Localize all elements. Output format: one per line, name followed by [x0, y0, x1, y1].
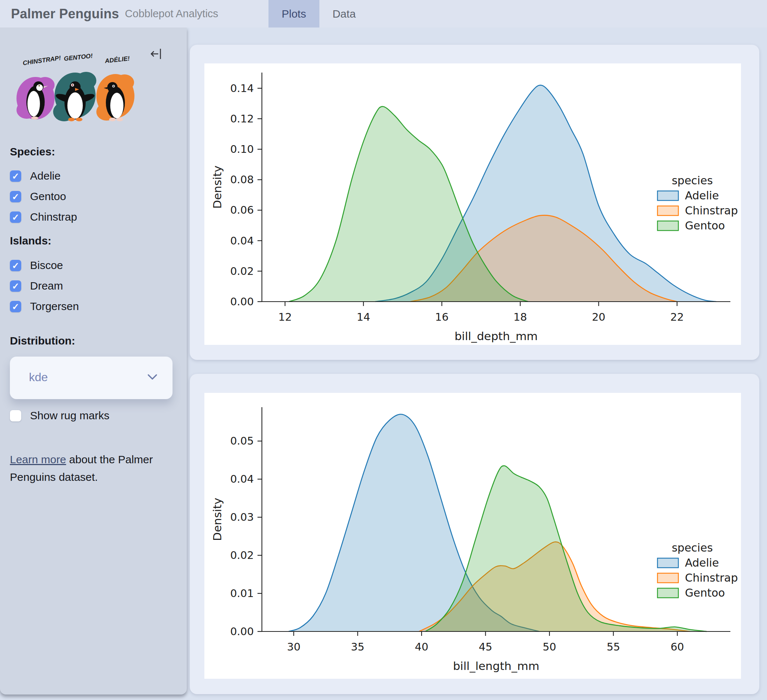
- svg-text:species: species: [672, 541, 713, 554]
- checkbox-chinstrap[interactable]: [10, 212, 21, 223]
- svg-text:bill_length_mm: bill_length_mm: [453, 659, 539, 673]
- svg-text:22: 22: [670, 311, 684, 323]
- distribution-select-value: kde: [29, 370, 48, 384]
- checkbox-dream-label: Dream: [30, 280, 63, 292]
- checkbox-row-torgersen[interactable]: Torgersen: [10, 300, 79, 313]
- svg-text:0.02: 0.02: [230, 265, 254, 277]
- checkbox-row-biscoe[interactable]: Biscoe: [10, 259, 63, 271]
- svg-text:Density: Density: [211, 166, 224, 209]
- checkbox-biscoe[interactable]: [10, 260, 21, 271]
- checkbox-row-dream[interactable]: Dream: [10, 280, 63, 292]
- app-title: Palmer Penguins: [11, 6, 119, 22]
- kde-chart-bill-depth: 1214161820220.000.020.040.060.080.100.12…: [204, 64, 741, 345]
- plot-card-bill-length: 303540455055600.000.010.020.030.040.05bi…: [190, 374, 759, 694]
- svg-text:0.01: 0.01: [230, 587, 254, 600]
- rug-label: Show rug marks: [30, 409, 110, 422]
- svg-text:Chinstrap: Chinstrap: [685, 204, 738, 217]
- tab-data[interactable]: Data: [320, 0, 369, 27]
- svg-text:45: 45: [479, 641, 492, 653]
- checkbox-torgersen-label: Torgersen: [30, 300, 79, 313]
- kde-chart-bill-length: 303540455055600.000.010.020.030.040.05bi…: [204, 393, 741, 679]
- svg-text:0.04: 0.04: [230, 473, 254, 485]
- adelie-penguin-illustration: ADÉLIE!: [96, 55, 134, 121]
- svg-text:0.06: 0.06: [230, 204, 254, 216]
- checkbox-row-adelie[interactable]: Adelie: [10, 170, 60, 182]
- svg-text:0.05: 0.05: [230, 435, 254, 447]
- checkbox-biscoe-label: Biscoe: [30, 259, 63, 271]
- svg-text:14: 14: [357, 311, 370, 323]
- checkbox-row-rug[interactable]: Show rug marks: [10, 409, 110, 422]
- main-content: 1214161820220.000.020.040.060.080.100.12…: [187, 27, 767, 700]
- svg-text:0.08: 0.08: [230, 173, 254, 186]
- sidebar-collapse-button[interactable]: [148, 46, 164, 62]
- checkbox-gentoo-label: Gentoo: [30, 190, 66, 203]
- svg-text:0.00: 0.00: [230, 295, 254, 308]
- chevron-down-icon: [148, 374, 157, 380]
- species-heading: Species:: [10, 145, 55, 158]
- gentoo-penguin-illustration: GENTOO!: [53, 53, 96, 121]
- tab-data-label: Data: [333, 8, 356, 20]
- svg-text:40: 40: [415, 641, 428, 653]
- svg-text:0.12: 0.12: [230, 113, 254, 125]
- tab-plots-label: Plots: [282, 8, 306, 20]
- svg-text:Gentoo: Gentoo: [685, 587, 725, 599]
- svg-text:CHINSTRAP!: CHINSTRAP!: [22, 54, 62, 67]
- distribution-select[interactable]: kde: [10, 357, 172, 399]
- svg-text:ADÉLIE!: ADÉLIE!: [104, 55, 130, 64]
- app-subtitle: Cobblepot Analytics: [125, 8, 218, 20]
- sidebar: CHINSTRAP! GENTOO!: [0, 27, 187, 695]
- svg-text:bill_depth_mm: bill_depth_mm: [455, 330, 538, 343]
- svg-text:Chinstrap: Chinstrap: [685, 571, 738, 584]
- svg-text:20: 20: [592, 311, 605, 323]
- plot-card-bill-depth: 1214161820220.000.020.040.060.080.100.12…: [190, 45, 759, 360]
- islands-heading: Islands:: [10, 234, 51, 247]
- svg-text:GENTOO!: GENTOO!: [64, 53, 93, 62]
- checkbox-row-gentoo[interactable]: Gentoo: [10, 190, 66, 203]
- distribution-heading: Distribution:: [10, 335, 75, 347]
- svg-text:0.04: 0.04: [230, 234, 254, 247]
- app-root: Palmer Penguins Cobblepot Analytics Plot…: [0, 0, 767, 700]
- svg-text:50: 50: [543, 641, 556, 653]
- svg-text:0.02: 0.02: [230, 549, 254, 561]
- penguin-artwork-image: CHINSTRAP! GENTOO!: [13, 51, 137, 128]
- arrow-left-to-bar-icon: [148, 46, 164, 62]
- checkbox-adelie-label: Adelie: [30, 170, 60, 182]
- svg-text:Density: Density: [211, 498, 224, 541]
- svg-text:16: 16: [435, 311, 449, 323]
- svg-text:0.10: 0.10: [230, 143, 254, 155]
- bill-depth-plot: 1214161820220.000.020.040.060.080.100.12…: [204, 64, 741, 345]
- checkbox-gentoo[interactable]: [10, 191, 21, 202]
- checkbox-dream[interactable]: [10, 281, 21, 292]
- svg-text:0.14: 0.14: [230, 82, 254, 94]
- checkbox-torgersen[interactable]: [10, 301, 21, 312]
- svg-text:35: 35: [351, 641, 364, 653]
- checkbox-row-chinstrap[interactable]: Chinstrap: [10, 211, 77, 223]
- svg-text:55: 55: [606, 641, 620, 653]
- checkbox-chinstrap-label: Chinstrap: [30, 211, 77, 223]
- checkbox-rug-marks[interactable]: [10, 410, 21, 421]
- header-bar: Palmer Penguins Cobblepot Analytics Plot…: [0, 0, 767, 27]
- svg-text:species: species: [672, 174, 713, 187]
- dataset-footnote: Learn more about the Palmer Penguins dat…: [10, 451, 156, 486]
- svg-text:0.00: 0.00: [230, 625, 254, 638]
- svg-text:Adelie: Adelie: [685, 189, 719, 202]
- svg-text:60: 60: [671, 641, 684, 653]
- svg-text:0.03: 0.03: [230, 511, 254, 523]
- penguin-artwork: CHINSTRAP! GENTOO!: [13, 51, 137, 130]
- svg-text:Gentoo: Gentoo: [685, 219, 725, 232]
- svg-text:12: 12: [278, 311, 292, 323]
- checkbox-adelie[interactable]: [10, 171, 21, 182]
- learn-more-link[interactable]: Learn more: [10, 453, 66, 466]
- svg-text:Adelie: Adelie: [685, 556, 719, 569]
- brand: Palmer Penguins Cobblepot Analytics: [11, 0, 218, 27]
- tab-plots[interactable]: Plots: [269, 0, 320, 27]
- nav-tabs: Plots Data: [269, 0, 369, 27]
- bill-length-plot: 303540455055600.000.010.020.030.040.05bi…: [204, 393, 741, 679]
- svg-text:18: 18: [514, 311, 527, 323]
- svg-text:30: 30: [287, 641, 300, 653]
